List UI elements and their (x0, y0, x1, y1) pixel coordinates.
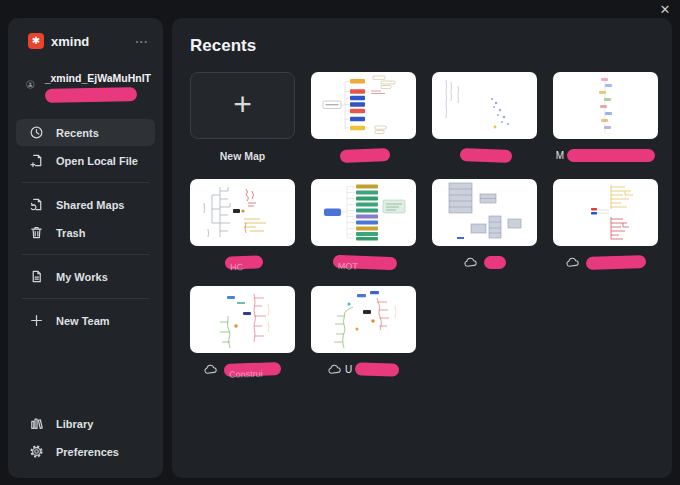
map-card[interactable] (432, 72, 537, 163)
map-thumbnail (311, 286, 416, 353)
map-title (311, 148, 416, 163)
avatar (26, 71, 35, 98)
open-file-icon (28, 153, 44, 169)
map-card[interactable] (553, 179, 658, 270)
plus-icon (28, 313, 44, 329)
sidebar-item-label: My Works (56, 271, 108, 283)
document-icon (28, 269, 44, 285)
brand-name: xmind (51, 34, 136, 49)
brand: ✱ xmind ••• (8, 18, 163, 49)
sidebar-item-trash[interactable]: Trash (16, 219, 155, 246)
map-title: U (311, 362, 416, 377)
sidebar-item-label: Recents (56, 127, 99, 139)
map-card[interactable]: Construi (190, 286, 295, 377)
map-thumbnail (311, 72, 416, 139)
redaction-blob (45, 87, 137, 103)
redaction-blob (340, 148, 390, 163)
recents-panel: Recents + New Map (172, 18, 672, 478)
map-card[interactable] (311, 72, 416, 163)
map-title (432, 255, 537, 270)
sidebar-item-label: Open Local File (56, 155, 138, 167)
redaction-blob: Construi (224, 362, 281, 377)
sidebar-item-my-works[interactable]: My Works (16, 263, 155, 290)
map-card[interactable]: M (553, 72, 658, 163)
close-icon[interactable]: ✕ (657, 2, 673, 18)
divider (22, 298, 149, 299)
plus-icon: + (233, 88, 252, 120)
divider (22, 254, 149, 255)
sidebar-item-label: Trash (56, 227, 85, 239)
map-card[interactable]: U (311, 286, 416, 377)
map-title: HC (190, 255, 295, 270)
map-card[interactable]: HC (190, 179, 295, 270)
sidebar-item-preferences[interactable]: Preferences (16, 438, 155, 465)
sidebar-footer: Library Preferences (8, 409, 163, 466)
map-title: MOT (311, 255, 416, 270)
new-map-card[interactable]: + New Map (190, 72, 295, 163)
sidebar-item-shared-maps[interactable]: Shared Maps (16, 191, 155, 218)
cloud-icon (328, 364, 341, 375)
sidebar-item-label: New Team (56, 315, 110, 327)
sidebar-item-label: Preferences (56, 446, 119, 458)
sidebar-item-label: Library (56, 418, 93, 430)
gear-icon (28, 444, 44, 460)
clock-icon (28, 125, 44, 141)
more-menu-icon[interactable]: ••• (136, 38, 149, 45)
redaction-blob (567, 149, 655, 162)
library-icon (28, 416, 44, 432)
map-thumbnail (553, 179, 658, 246)
cloud-icon (464, 257, 477, 268)
sidebar: ✱ xmind ••• _xmind_EjWaMuHnlT Recents Op… (8, 18, 163, 478)
user-account[interactable]: _xmind_EjWaMuHnlT (8, 49, 163, 111)
map-card[interactable] (432, 179, 537, 270)
xmind-logo-icon: ✱ (28, 33, 44, 49)
cloud-icon (566, 257, 579, 268)
redaction-blob (460, 148, 512, 163)
page-title: Recents (190, 36, 672, 56)
trash-icon (28, 225, 44, 241)
new-map-label: New Map (190, 148, 295, 163)
map-title: M (553, 148, 658, 163)
redaction-blob (484, 256, 506, 269)
map-title: Construi (190, 362, 295, 377)
map-thumbnail (311, 179, 416, 246)
username: _xmind_EjWaMuHnlT (45, 72, 151, 84)
shared-maps-icon (28, 197, 44, 213)
new-map-button[interactable]: + (190, 72, 295, 139)
redaction-blob: MOT (333, 255, 397, 270)
map-card[interactable]: MOT (311, 179, 416, 270)
map-thumbnail (190, 286, 295, 353)
map-title (553, 255, 658, 270)
sidebar-item-new-team[interactable]: New Team (16, 307, 155, 334)
sidebar-item-library[interactable]: Library (16, 410, 155, 437)
redaction-blob (355, 362, 399, 377)
sidebar-item-open-local-file[interactable]: Open Local File (16, 147, 155, 174)
map-thumbnail (432, 72, 537, 139)
redaction-blob (585, 255, 645, 270)
map-title (432, 148, 537, 163)
map-thumbnail (432, 179, 537, 246)
sidebar-item-recents[interactable]: Recents (16, 119, 155, 146)
sidebar-nav: Recents Open Local File Shared Maps Tras… (8, 119, 163, 334)
map-thumbnail (553, 72, 658, 139)
redaction-blob: HC (225, 255, 263, 269)
map-thumbnail (190, 179, 295, 246)
recents-grid: + New Map (190, 72, 672, 377)
divider (22, 182, 149, 183)
sidebar-item-label: Shared Maps (56, 199, 124, 211)
cloud-icon (204, 364, 217, 375)
